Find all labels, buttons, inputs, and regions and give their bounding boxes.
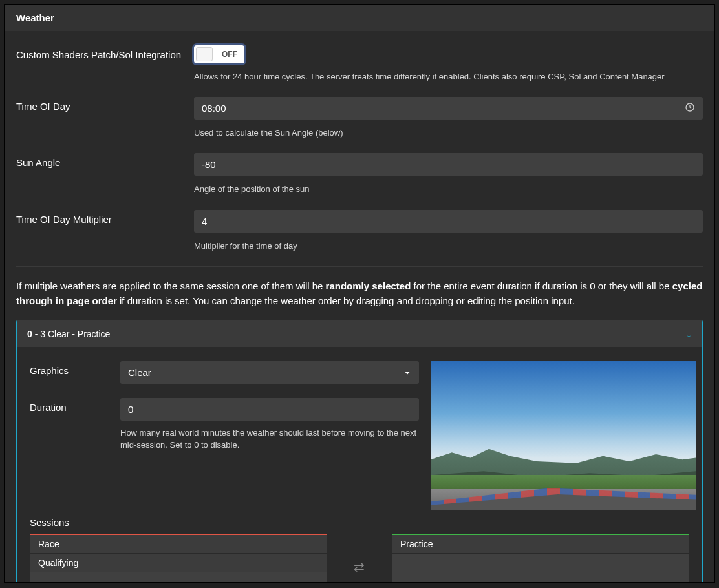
tod-multiplier-input[interactable]	[194, 210, 703, 233]
time-input-wrap	[194, 97, 703, 120]
arrow-down-icon[interactable]: ↓	[686, 327, 692, 341]
divider	[16, 266, 703, 267]
graphics-select[interactable]: Clear	[120, 361, 419, 384]
weather-card-header[interactable]: 0 - 3 Clear - Practice ↓	[17, 320, 702, 347]
weather-card-title: 0 - 3 Clear - Practice	[27, 329, 110, 339]
duration-label: Duration	[30, 398, 120, 413]
csp-toggle[interactable]: OFF	[194, 45, 244, 63]
tod-multiplier-row: Time Of Day Multiplier Multiplier for th…	[16, 210, 703, 252]
csp-control: OFF Allows for 24 hour time cycles. The …	[194, 45, 703, 83]
sun-angle-row: Sun Angle Angle of the position of the s…	[16, 153, 703, 195]
graphics-row: Graphics Clear	[30, 361, 419, 384]
todmult-help: Multiplier for the time of day	[194, 240, 703, 252]
clock-icon[interactable]	[685, 102, 695, 115]
sunangle-help: Angle of the position of the sun	[194, 184, 703, 195]
tod-help: Used to calculate the Sun Angle (below)	[194, 127, 703, 139]
sessions-selected-box[interactable]: Practice	[392, 534, 689, 583]
session-item-practice[interactable]: Practice	[392, 535, 689, 554]
sessions-row: Race Qualifying ⇄ Practice	[30, 534, 689, 583]
sun-angle-input[interactable]	[194, 153, 703, 176]
sessions-available-box[interactable]: Race Qualifying	[30, 534, 327, 583]
weather-panel: Weather Custom Shaders Patch/Sol Integra…	[4, 4, 715, 583]
session-item-race[interactable]: Race	[30, 535, 327, 554]
weather-info-text: If multiple weathers are applied to the …	[16, 278, 703, 309]
duration-row: Duration How many real world minutes the…	[30, 398, 419, 452]
tod-label: Time Of Day	[16, 97, 194, 114]
time-of-day-row: Time Of Day Used to calculate the Sun An…	[16, 97, 703, 139]
swap-icon: ⇄	[347, 559, 372, 574]
duration-help: How many real world minutes the weather …	[120, 427, 419, 452]
csp-label: Custom Shaders Patch/Sol Integration	[16, 45, 194, 63]
toggle-knob	[196, 47, 213, 61]
toggle-text: OFF	[222, 50, 237, 59]
tod-control: Used to calculate the Sun Angle (below)	[194, 97, 703, 139]
weather-preview-image	[431, 361, 696, 510]
sessions-label: Sessions	[30, 517, 689, 528]
panel-title: Weather	[5, 5, 714, 31]
csp-help: Allows for 24 hour time cycles. The serv…	[194, 71, 703, 83]
session-item-qualifying[interactable]: Qualifying	[30, 554, 327, 572]
todmult-control: Multiplier for the time of day	[194, 210, 703, 252]
sunangle-label: Sun Angle	[16, 153, 194, 171]
sunangle-control: Angle of the position of the sun	[194, 153, 703, 195]
csp-row: Custom Shaders Patch/Sol Integration OFF…	[16, 45, 703, 83]
todmult-label: Time Of Day Multiplier	[16, 210, 194, 227]
time-of-day-input[interactable]	[194, 97, 685, 120]
panel-body: Custom Shaders Patch/Sol Integration OFF…	[5, 31, 714, 583]
duration-input[interactable]	[120, 398, 419, 421]
weather-card: 0 - 3 Clear - Practice ↓ Graphics Clear	[16, 320, 703, 583]
graphics-label: Graphics	[30, 361, 120, 376]
weather-card-body: Graphics Clear Duration How ma	[17, 347, 702, 583]
